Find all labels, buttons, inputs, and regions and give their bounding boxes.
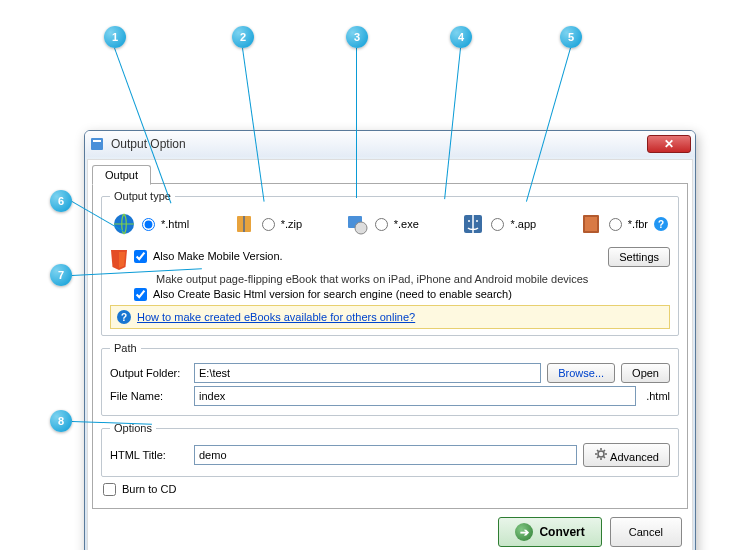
settings-button[interactable]: Settings xyxy=(608,247,670,267)
gear-icon xyxy=(594,447,608,461)
callout-2: 2 xyxy=(232,26,254,48)
tabstrip: Output xyxy=(92,164,688,184)
callout-8: 8 xyxy=(50,410,72,432)
output-folder-input[interactable] xyxy=(194,363,541,383)
callout-1: 1 xyxy=(104,26,126,48)
svg-rect-1 xyxy=(93,140,101,142)
type-zip: *.zip xyxy=(232,212,302,236)
output-folder-label: Output Folder: xyxy=(110,367,188,379)
tab-output[interactable]: Output xyxy=(92,165,151,185)
label-mobile: Also Make Mobile Version. xyxy=(153,250,283,262)
svg-point-10 xyxy=(598,451,604,457)
dialog-window: Output Option ✕ Output Output type *.htm… xyxy=(84,130,696,550)
svg-rect-4 xyxy=(243,216,245,232)
titlebar: Output Option ✕ xyxy=(85,131,695,157)
convert-button[interactable]: ➔ Convert xyxy=(498,517,601,547)
dialog-buttons: ➔ Convert Cancel xyxy=(92,509,688,550)
label-fbr: *.fbr xyxy=(628,218,648,230)
output-type-legend: Output type xyxy=(110,190,175,202)
radio-zip[interactable] xyxy=(262,218,275,231)
type-html: *.html xyxy=(112,212,189,236)
file-name-label: File Name: xyxy=(110,390,188,402)
path-legend: Path xyxy=(110,342,141,354)
callout-4: 4 xyxy=(450,26,472,48)
cancel-button[interactable]: Cancel xyxy=(610,517,682,547)
label-burn-cd: Burn to CD xyxy=(122,483,176,495)
callout-5: 5 xyxy=(560,26,582,48)
svg-rect-0 xyxy=(91,138,103,150)
html-title-label: HTML Title: xyxy=(110,449,188,461)
radio-app[interactable] xyxy=(491,218,504,231)
label-zip: *.zip xyxy=(281,218,302,230)
label-basic-html: Also Create Basic Html version for searc… xyxy=(153,288,512,300)
radio-fbr[interactable] xyxy=(609,218,622,231)
checkbox-mobile[interactable] xyxy=(134,250,147,263)
client-area: Output Output type *.html *.zip xyxy=(87,159,693,550)
type-fbr: *.fbr xyxy=(579,212,648,236)
info-icon: ? xyxy=(117,310,131,324)
zip-icon xyxy=(232,212,256,236)
svg-point-6 xyxy=(355,222,367,234)
app-icon xyxy=(89,136,105,152)
file-name-input[interactable] xyxy=(194,386,636,406)
path-group: Path Output Folder: Browse... Open File … xyxy=(101,342,679,416)
advanced-button[interactable]: Advanced xyxy=(583,443,670,467)
browse-button[interactable]: Browse... xyxy=(547,363,615,383)
callout-6: 6 xyxy=(50,190,72,212)
checkbox-burn-cd[interactable] xyxy=(103,483,116,496)
html-title-input[interactable] xyxy=(194,445,577,465)
radio-exe[interactable] xyxy=(375,218,388,231)
close-button[interactable]: ✕ xyxy=(647,135,691,153)
file-ext-label: .html xyxy=(646,390,670,402)
type-app: *.app xyxy=(461,212,536,236)
fbr-book-icon xyxy=(579,212,603,236)
convert-arrow-icon: ➔ xyxy=(515,523,533,541)
type-exe: *.exe xyxy=(345,212,419,236)
label-html: *.html xyxy=(161,218,189,230)
callout-7: 7 xyxy=(50,264,72,286)
exe-icon xyxy=(345,212,369,236)
app-finder-icon xyxy=(461,212,485,236)
label-app: *.app xyxy=(510,218,536,230)
output-type-group: Output type *.html *.zip xyxy=(101,190,679,336)
tab-body: Output type *.html *.zip xyxy=(92,183,688,509)
callout-3: 3 xyxy=(346,26,368,48)
window-title: Output Option xyxy=(111,137,647,151)
label-exe: *.exe xyxy=(394,218,419,230)
infobar: ? How to make created eBooks available f… xyxy=(110,305,670,329)
info-link[interactable]: How to make created eBooks available for… xyxy=(137,311,415,323)
desc-mobile: Make output page-flipping eBook that wor… xyxy=(156,273,602,285)
globe-icon xyxy=(112,212,136,236)
help-icon[interactable]: ? xyxy=(654,217,668,231)
svg-rect-9 xyxy=(585,217,597,231)
radio-html[interactable] xyxy=(142,218,155,231)
html5-icon xyxy=(110,250,128,270)
options-group: Options HTML Title: Advanced xyxy=(101,422,679,477)
open-button[interactable]: Open xyxy=(621,363,670,383)
checkbox-basic-html[interactable] xyxy=(134,288,147,301)
